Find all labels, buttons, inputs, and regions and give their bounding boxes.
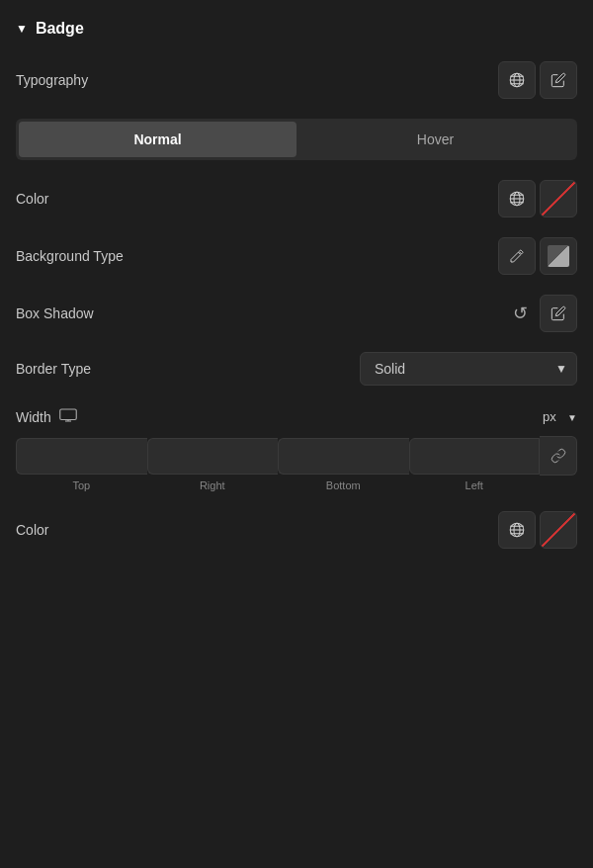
right-label: Right (147, 479, 279, 491)
background-classic-button[interactable] (498, 237, 536, 275)
box-shadow-edit-button[interactable] (540, 295, 577, 332)
border-type-label: Border Type (16, 361, 91, 377)
background-type-label: Background Type (16, 248, 124, 264)
border-type-select-wrapper: None Solid Dashed Dotted Double ▼ (360, 352, 577, 386)
monitor-icon (59, 408, 77, 425)
reset-button[interactable]: ↺ (506, 300, 534, 327)
pencil-icon (551, 72, 566, 88)
width-label: Width (16, 409, 51, 425)
box-shadow-label: Box Shadow (16, 305, 94, 321)
width-label-row: Width px em % ▼ (16, 405, 577, 428)
globe-icon (508, 71, 526, 89)
left-input-wrapper (409, 438, 541, 475)
typography-controls (498, 61, 577, 99)
color2-globe-button[interactable] (498, 511, 536, 549)
right-input[interactable] (147, 438, 279, 475)
link-values-button[interactable] (540, 436, 577, 476)
no-color-indicator (541, 181, 576, 217)
pencil-icon (551, 305, 566, 321)
globe-icon (508, 521, 526, 539)
gradient-preview (548, 245, 569, 267)
unit-select[interactable]: px em % (539, 405, 577, 428)
tab-hover[interactable]: Hover (296, 122, 574, 157)
bottom-input-wrapper (278, 438, 409, 475)
color-swatch-button[interactable] (540, 180, 577, 217)
top-input-wrapper (16, 438, 147, 475)
width-label-group: Width (16, 408, 77, 425)
panel: ▼ Badge Typography (0, 0, 593, 588)
typography-globe-button[interactable] (498, 61, 536, 99)
svg-rect-10 (60, 409, 77, 420)
top-label: Top (16, 479, 147, 491)
box-shadow-controls: ↺ (506, 295, 577, 332)
color-row: Color (16, 180, 577, 217)
border-type-row: Border Type None Solid Dashed Dotted Dou… (16, 352, 577, 386)
link-icon (551, 448, 566, 464)
box-shadow-row: Box Shadow ↺ (16, 295, 577, 332)
top-input[interactable] (16, 438, 147, 475)
left-label: Left (409, 479, 541, 491)
background-gradient-button[interactable] (540, 237, 577, 275)
unit-select-wrapper: px em % ▼ (539, 405, 577, 428)
right-input-wrapper (147, 438, 279, 475)
chevron-down-icon: ▼ (16, 22, 28, 36)
no-color-indicator (541, 512, 576, 548)
typography-row: Typography (16, 61, 577, 99)
brush-icon (509, 248, 525, 264)
bottom-input[interactable] (278, 438, 409, 475)
color2-controls (498, 511, 577, 549)
globe-icon (508, 190, 526, 208)
left-input[interactable] (409, 438, 541, 475)
color-label: Color (16, 191, 48, 207)
color-globe-button[interactable] (498, 180, 536, 217)
width-inputs-row (16, 436, 577, 476)
color-controls (498, 180, 577, 217)
bottom-label: Bottom (278, 479, 409, 491)
tab-normal[interactable]: Normal (19, 122, 296, 157)
color2-label: Color (16, 522, 48, 538)
color2-row: Color (16, 511, 577, 549)
color2-swatch-button[interactable] (540, 511, 577, 549)
border-type-select[interactable]: None Solid Dashed Dotted Double (360, 352, 577, 386)
typography-label: Typography (16, 72, 88, 88)
width-labels-row: Top Right Bottom Left (16, 479, 577, 491)
state-tab-switcher: Normal Hover (16, 119, 577, 160)
background-type-row: Background Type (16, 237, 577, 275)
section-title: Badge (36, 20, 84, 38)
typography-edit-button[interactable] (540, 61, 577, 99)
background-type-controls (498, 237, 577, 275)
section-header: ▼ Badge (16, 20, 577, 38)
